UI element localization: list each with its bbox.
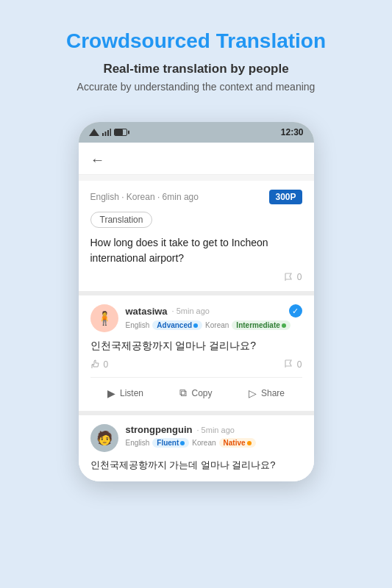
share-icon: ▷ bbox=[249, 387, 257, 399]
share-label: Share bbox=[261, 388, 285, 398]
listen-icon: ▶ bbox=[107, 387, 115, 399]
dot-green-1 bbox=[282, 323, 286, 328]
user-name-row-1: watasiwa · 5min ago ✓ bbox=[126, 304, 302, 318]
check-badge-1: ✓ bbox=[289, 304, 302, 318]
phone-content: ← English · Korean · 6min ago 300P Trans… bbox=[79, 143, 314, 481]
user-info-1: watasiwa · 5min ago ✓ English Advanced K… bbox=[126, 304, 302, 330]
status-bar-time: 12:30 bbox=[281, 127, 304, 137]
back-button[interactable]: ← bbox=[90, 151, 105, 168]
answer-card-2: 🧑 strongpenguin · 5min ago English Fluen… bbox=[79, 411, 314, 481]
answer-card-1: 🧍 watasiwa · 5min ago ✓ English Advanced… bbox=[79, 295, 314, 411]
main-title: Crowdsourced Translation bbox=[66, 29, 326, 53]
question-card: English · Korean · 6min ago 300P Transla… bbox=[79, 181, 314, 291]
status-icons bbox=[89, 129, 127, 136]
lang-to-1: Korean bbox=[205, 321, 229, 329]
svg-rect-3 bbox=[107, 130, 109, 136]
lang-from-1: English bbox=[126, 321, 150, 329]
question-text: How long does it take to get to Incheon … bbox=[90, 235, 302, 266]
translation-tag[interactable]: Translation bbox=[90, 212, 153, 228]
points-badge: 300P bbox=[269, 190, 302, 204]
listen-label: Listen bbox=[120, 388, 143, 398]
description: Accurate by understanding the context an… bbox=[66, 81, 326, 93]
header-section: Crowdsourced Translation Real-time trans… bbox=[44, 0, 348, 107]
answer-text-1: 인천국제공항까지 얼마나 걸리나요? bbox=[90, 338, 302, 354]
vote-down-count: 0 bbox=[297, 359, 302, 370]
wifi-icon bbox=[102, 129, 111, 136]
avatar-1: 🧍 bbox=[90, 304, 118, 332]
svg-rect-1 bbox=[102, 133, 104, 136]
copy-icon: ⧉ bbox=[179, 387, 187, 399]
skill-to-2: Native bbox=[219, 438, 256, 448]
dot-orange-2 bbox=[247, 441, 252, 445]
skill-tags-1: English Advanced Korean Intermediate bbox=[126, 320, 302, 330]
user-info-2: strongpenguin · 5min ago English Fluent … bbox=[126, 424, 302, 448]
user-name-1: watasiwa bbox=[126, 306, 168, 317]
question-footer: 0 bbox=[90, 272, 302, 282]
question-meta: English · Korean · 6min ago 300P bbox=[90, 190, 302, 204]
skill-from-1: Advanced bbox=[152, 320, 202, 330]
copy-button[interactable]: ⧉ Copy bbox=[161, 384, 232, 402]
thumbs-up-icon bbox=[90, 359, 101, 370]
action-row-1: ▶ Listen ⧉ Copy ▷ Share bbox=[90, 377, 302, 402]
user-name-row-2: strongpenguin · 5min ago bbox=[126, 424, 302, 435]
skill-tags-2: English Fluent Korean Native bbox=[126, 438, 302, 448]
svg-rect-4 bbox=[110, 129, 111, 136]
skill-to-1: Intermediate bbox=[232, 320, 290, 330]
status-bar: 12:30 bbox=[79, 122, 314, 143]
answer-vote-row-1: 0 0 bbox=[90, 359, 302, 370]
battery-icon bbox=[114, 129, 127, 136]
subtitle: Real-time translation by people bbox=[66, 62, 326, 76]
flag-answer-icon bbox=[284, 359, 294, 370]
time-ago-1: · 5min ago bbox=[172, 306, 210, 315]
user-name-2: strongpenguin bbox=[126, 424, 193, 435]
nav-bar: ← bbox=[79, 143, 314, 175]
lang-info: English · Korean · 6min ago bbox=[90, 192, 199, 202]
copy-label: Copy bbox=[191, 388, 212, 398]
flag-icon bbox=[284, 273, 294, 282]
dot-blue-1 bbox=[193, 323, 198, 328]
avatar-2: 🧑 bbox=[90, 424, 118, 452]
share-button[interactable]: ▷ Share bbox=[232, 384, 302, 402]
listen-button[interactable]: ▶ Listen bbox=[90, 384, 161, 402]
lang-to-2: Korean bbox=[192, 439, 215, 447]
answer-header-1: 🧍 watasiwa · 5min ago ✓ English Advanced… bbox=[90, 304, 302, 332]
answer-header-2: 🧑 strongpenguin · 5min ago English Fluen… bbox=[90, 424, 302, 452]
vote-down-btn[interactable]: 0 bbox=[284, 359, 302, 370]
dot-blue-2 bbox=[180, 441, 185, 445]
answer-text-2: 인천국제공항까지 가는데 얼마나 걸리나요? bbox=[90, 458, 302, 473]
time-ago-2: · 5min ago bbox=[197, 426, 235, 434]
question-vote-count: 0 bbox=[297, 272, 302, 282]
signal-icon bbox=[89, 129, 99, 136]
lang-from-2: English bbox=[126, 439, 150, 447]
svg-marker-0 bbox=[89, 129, 99, 136]
skill-from-2: Fluent bbox=[152, 438, 189, 448]
vote-up-count: 0 bbox=[104, 359, 109, 370]
phone-mockup: 12:30 ← English · Korean · 6min ago 300P… bbox=[79, 122, 314, 481]
svg-rect-2 bbox=[104, 132, 106, 136]
vote-up-btn[interactable]: 0 bbox=[90, 359, 109, 370]
